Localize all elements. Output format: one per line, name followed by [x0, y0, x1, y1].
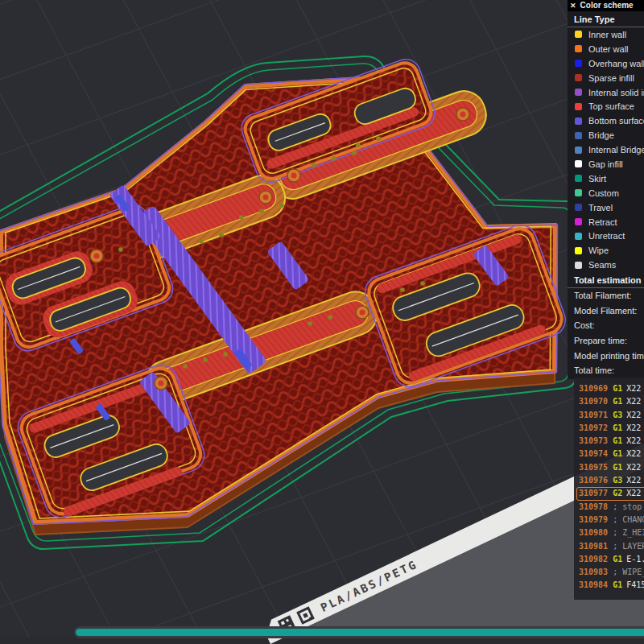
- gcode-line-number: 310979: [579, 515, 608, 524]
- gcode-args: E-1.: [626, 555, 644, 564]
- gcode-comment: ; stop p: [613, 502, 644, 511]
- gcode-args: X22: [626, 476, 641, 485]
- legend-color-swatch: [575, 74, 582, 81]
- legend-label: Retract: [588, 217, 617, 227]
- gcode-line[interactable]: 310971G3X22: [579, 409, 644, 422]
- gcode-args: F415: [626, 580, 644, 589]
- legend-label: Overhang wall: [588, 59, 644, 68]
- legend-label: Bottom surface: [588, 116, 644, 126]
- total-estimation-list: Total Filament:Model Filament:Cost:Prepa…: [568, 288, 644, 378]
- gcode-line[interactable]: 310982G1E-1.: [579, 553, 644, 566]
- legend-label: Top surface: [588, 101, 634, 111]
- gcode-line-number: 310978: [579, 502, 608, 511]
- legend-color-swatch: [575, 31, 582, 38]
- gcode-comment: ; CHANG: [613, 515, 644, 524]
- gcode-line[interactable]: 310972G1X22: [579, 422, 644, 435]
- estimation-row: Prepare time:: [568, 333, 644, 349]
- estimation-row: Cost:: [568, 318, 644, 333]
- legend-label: Unretract: [588, 231, 625, 241]
- color-scheme-title: Color scheme: [580, 0, 634, 11]
- gcode-line-number: 310969: [579, 384, 608, 393]
- gcode-args: X22: [626, 449, 641, 458]
- gcode-move-slider-fill[interactable]: [76, 629, 644, 636]
- legend-item: Top surface: [568, 99, 644, 114]
- gcode-line[interactable]: 310970G1X22: [579, 395, 644, 408]
- gcode-line[interactable]: 310976G3X22: [579, 474, 644, 487]
- gcode-comment: ; LAYER: [613, 542, 644, 551]
- gcode-line-number: 310972: [579, 423, 608, 432]
- gcode-command: G1: [613, 436, 622, 445]
- gcode-line[interactable]: 310973G1X22: [579, 435, 644, 448]
- gcode-command: G1: [613, 423, 622, 432]
- estimation-row: Total Filament:: [568, 288, 644, 303]
- legend-item: Internal solid infill: [568, 85, 644, 100]
- legend-item: Custom: [568, 186, 644, 200]
- gcode-args: X22: [626, 423, 641, 432]
- gcode-line[interactable]: 310980; Z_HEIG: [579, 526, 644, 539]
- gcode-line-number: 310973: [579, 436, 608, 445]
- legend-label: Internal solid infill: [588, 88, 644, 97]
- legend-item: Bottom surface: [568, 114, 644, 128]
- legend-item: Gap infill: [568, 157, 644, 171]
- total-estimation-section-title: Total estimation: [568, 272, 644, 287]
- gcode-line-number: 310974: [579, 449, 608, 458]
- gcode-line-number: 310983: [579, 568, 608, 576]
- legend-label: Custom: [588, 188, 619, 198]
- gcode-line[interactable]: 310975G1X22: [579, 461, 644, 474]
- legend-label: Seams: [588, 260, 616, 270]
- legend-label: Sparse infill: [588, 73, 634, 83]
- legend-item: Skirt: [568, 171, 644, 186]
- viewport-3d[interactable]: PLA/ABS/PETG: [0, 0, 644, 644]
- gcode-line[interactable]: 310974G1X22: [579, 448, 644, 460]
- estimation-row: Model printing time:: [568, 349, 644, 364]
- gcode-comment: ; Z_HEIG: [613, 528, 644, 537]
- gcode-command: G1: [613, 397, 622, 406]
- legend-color-swatch: [575, 233, 582, 240]
- legend-label: Wipe: [588, 246, 609, 255]
- legend-item: Wipe: [568, 243, 644, 258]
- gcode-line[interactable]: 310977G2X22: [576, 487, 644, 500]
- gcode-args: X22: [626, 463, 641, 472]
- legend-color-swatch: [575, 262, 582, 269]
- legend-color-swatch: [575, 175, 582, 182]
- close-icon[interactable]: ✕: [570, 0, 576, 11]
- gcode-line-number: 310977: [579, 489, 608, 497]
- legend-color-swatch: [575, 60, 582, 67]
- gcode-args: X22: [626, 489, 641, 497]
- legend-color-swatch: [575, 204, 582, 211]
- gcode-line[interactable]: 310984G1F415: [579, 579, 644, 592]
- legend-label: Gap infill: [588, 159, 623, 169]
- legend-item: Sparse infill: [568, 71, 644, 85]
- legend-label: Inner wall: [588, 30, 626, 39]
- gcode-line[interactable]: 310981; LAYER: [579, 540, 644, 553]
- legend-label: Skirt: [588, 174, 606, 184]
- legend-label: Outer wall: [588, 44, 629, 54]
- legend-item: Retract: [568, 215, 644, 229]
- gcode-line-number: 310980: [579, 528, 608, 537]
- gcode-args: X22: [626, 384, 641, 393]
- gcode-move-slider[interactable]: [74, 626, 644, 638]
- estimation-row: Total time:: [568, 363, 644, 378]
- legend-color-swatch: [575, 160, 582, 167]
- gcode-line[interactable]: 310979; CHANG: [579, 514, 644, 526]
- legend-color-swatch: [575, 45, 582, 52]
- estimation-row: Model Filament:: [568, 303, 644, 319]
- legend-item: Internal Bridge: [568, 142, 644, 157]
- gcode-comment: ; WIPE_: [613, 568, 644, 576]
- gcode-args: X22: [626, 411, 641, 419]
- gcode-line-number: 310981: [579, 542, 608, 551]
- legend-color-swatch: [575, 189, 582, 196]
- legend-color-swatch: [575, 89, 582, 96]
- gcode-command: G1: [613, 463, 622, 472]
- legend-item: Bridge: [568, 128, 644, 142]
- legend-item: Outer wall: [568, 42, 644, 56]
- gcode-line[interactable]: 310983; WIPE_: [579, 566, 644, 579]
- gcode-line[interactable]: 310969G1X22: [579, 382, 644, 395]
- gcode-line-number: 310971: [579, 411, 608, 419]
- legend-color-swatch: [575, 118, 582, 125]
- gcode-viewer-panel: 310969G1X22310970G1X22310971G3X22310972G…: [574, 378, 644, 600]
- gcode-line[interactable]: 310978; stop p: [579, 501, 644, 514]
- legend-label: Internal Bridge: [588, 145, 644, 155]
- gcode-command: G1: [613, 449, 622, 458]
- gcode-command: G3: [613, 476, 622, 485]
